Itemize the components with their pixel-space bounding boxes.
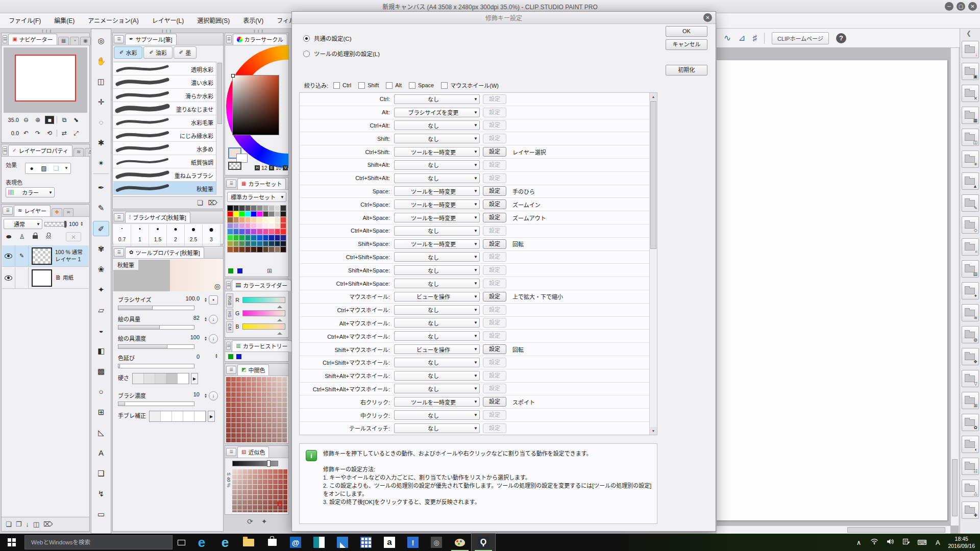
brush-size-cell[interactable]: 2.5 (185, 224, 203, 244)
color-swatch[interactable] (239, 217, 245, 223)
level-block[interactable] (155, 373, 166, 384)
material-folder-button[interactable]: ✦ (962, 282, 979, 299)
brush-item[interactable]: 水多め (113, 142, 216, 155)
subtool-group-墨[interactable]: ✐墨 (174, 46, 197, 59)
action-select[interactable]: なし▼ (394, 252, 480, 262)
sv-marker[interactable] (231, 74, 235, 78)
color-swatch[interactable] (268, 223, 275, 229)
color-swatch[interactable] (233, 211, 239, 217)
material-folder-button[interactable]: ▲ (962, 172, 979, 190)
action-select[interactable]: ツールを一時変更▼ (394, 147, 480, 157)
tab-color-set[interactable]: ▦カラーセット (237, 178, 286, 189)
material-folder-button[interactable]: ✿ (962, 414, 979, 431)
windows-store[interactable] (260, 534, 284, 551)
brush-item[interactable]: 濃い水彩 (113, 76, 216, 89)
checkbox-icon[interactable] (441, 82, 448, 89)
hue-icon[interactable]: H (255, 165, 260, 170)
material-folder-button[interactable]: ✎ (962, 194, 979, 212)
hidden-icons-chevron[interactable]: ∧ (853, 539, 864, 546)
level-block[interactable] (161, 411, 172, 421)
hand-tool[interactable]: ✋ (93, 54, 109, 69)
panel-menu-icon[interactable]: ☰ (3, 146, 7, 155)
color-swatch[interactable] (227, 223, 233, 229)
color-swatch[interactable] (268, 229, 275, 235)
menu-item[interactable]: アニメーション(A) (81, 13, 145, 29)
level-block[interactable] (144, 373, 155, 384)
action-select[interactable]: ビューを操作▼ (394, 344, 480, 354)
color-swatch[interactable] (280, 223, 286, 229)
color-swatch[interactable] (275, 223, 281, 229)
taskbar-search-input[interactable] (24, 535, 173, 549)
canvas-page[interactable] (717, 60, 947, 520)
action-select[interactable]: ブラシサイズを変更▼ (394, 108, 480, 117)
action-select[interactable]: なし▼ (394, 265, 480, 275)
channel-handle[interactable] (277, 303, 282, 308)
action-select[interactable]: なし▼ (394, 173, 480, 183)
set-button[interactable]: 設定 (483, 423, 506, 433)
action-select[interactable]: なし▼ (394, 160, 480, 170)
set-button[interactable]: 設定 (483, 147, 506, 157)
slider-mode-CM[interactable]: CM (226, 321, 233, 333)
tab-color-wheel[interactable]: カラーサークル (233, 34, 287, 45)
brush-item[interactable]: 水彩毛筆 (113, 115, 216, 129)
material-folder-button[interactable]: ◐ (962, 436, 979, 453)
dynamics-button[interactable]: ↓ (209, 334, 218, 343)
tab-layers[interactable]: ≋レイヤー (14, 205, 51, 216)
color-swatch[interactable] (275, 241, 281, 247)
edit-color-set-icon[interactable]: ⊞ (267, 267, 272, 274)
set-button[interactable]: 設定 (483, 397, 506, 407)
color-swatch[interactable] (239, 241, 245, 247)
action-select[interactable]: なし▼ (394, 94, 480, 104)
color-swatch[interactable] (227, 235, 233, 241)
tab-layer-property[interactable]: ✓レイヤープロパティ (8, 145, 72, 156)
mask-disable-icon[interactable]: ✕ (66, 232, 81, 241)
value-spinner[interactable]: ▲▼ (204, 317, 207, 322)
level-block[interactable] (172, 411, 183, 421)
grid-app[interactable] (354, 534, 378, 551)
gradient-tool[interactable]: ▩ (93, 364, 109, 379)
material-folder-button[interactable]: △ (962, 480, 979, 497)
auto-select-tool[interactable]: ✱ (93, 135, 109, 151)
color-swatch[interactable] (251, 211, 257, 217)
text-tool[interactable]: A (93, 445, 109, 461)
color-swatch[interactable] (275, 205, 281, 211)
action-select[interactable]: ツールを一時変更▼ (394, 186, 480, 196)
color-swatch[interactable] (245, 246, 251, 253)
action-select[interactable]: なし▼ (394, 371, 480, 381)
material-folder-button[interactable]: ⌗ (962, 238, 979, 256)
value-spinner[interactable]: ▲▼ (204, 297, 207, 303)
subtool-group-水彩[interactable]: ✐水彩 (114, 46, 142, 59)
level-blocks[interactable] (149, 411, 206, 422)
color-swatch[interactable] (257, 205, 263, 211)
value-spinner[interactable]: ▲▼ (204, 336, 207, 341)
panel-menu-icon[interactable]: ☰ (3, 207, 13, 215)
airbrush-tool[interactable]: ✾ (93, 241, 109, 257)
color-swatch[interactable] (268, 246, 275, 253)
tab-color-slider[interactable]: カラースライダー (232, 280, 291, 291)
operate-tool[interactable]: ◫ (93, 74, 109, 89)
property-slider[interactable] (118, 306, 194, 310)
color-swatch[interactable] (245, 205, 251, 211)
layer-thumbnail[interactable] (32, 247, 52, 265)
set-button[interactable]: 設定 (483, 292, 506, 302)
history-color-chip[interactable] (236, 354, 241, 359)
color-swatch[interactable] (257, 223, 263, 229)
checkbox-icon[interactable] (409, 82, 415, 89)
tab-subview[interactable]: ▦ (58, 37, 69, 45)
tab-item-bank[interactable]: ◉ (80, 37, 91, 45)
color-swatch[interactable] (263, 229, 269, 235)
line-correct-tool[interactable]: ↯ (93, 486, 109, 502)
fill-tool[interactable]: ◧ (93, 343, 109, 359)
color-swatch[interactable] (275, 211, 281, 217)
lock-layer-icon[interactable] (30, 232, 40, 241)
color-swatch[interactable] (233, 235, 239, 241)
material-folder-button[interactable]: ▽ (962, 370, 979, 387)
set-button[interactable]: 設定 (483, 108, 506, 117)
level-blocks[interactable] (132, 373, 189, 384)
color-swatch[interactable] (239, 211, 245, 217)
material-folder-button[interactable]: ✳ (962, 151, 979, 168)
delete-subtool-icon[interactable]: ⌦ (208, 199, 217, 207)
level-block[interactable] (178, 373, 189, 384)
tab-brush-size[interactable]: ⁝ブラシサイズ[秋鮭筆] (125, 212, 190, 223)
pencil-tool[interactable]: ✎ (93, 201, 109, 216)
